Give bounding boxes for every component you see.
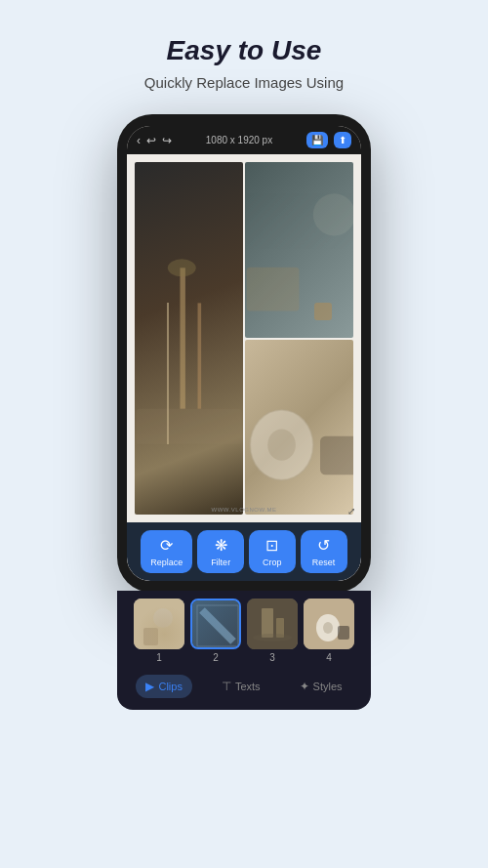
thumbnails-row: 1 2 (125, 599, 363, 663)
svg-rect-0 (180, 268, 184, 408)
clips-icon: ▶ (145, 680, 154, 693)
thumbnail-number-4: 4 (326, 652, 332, 663)
save-button[interactable]: 💾 (306, 132, 328, 148)
svg-rect-14 (197, 605, 238, 646)
undo-icon[interactable]: ↩ (146, 134, 156, 147)
tab-texts[interactable]: ⊤ Texts (212, 675, 270, 698)
thumbnail-number-1: 1 (156, 652, 162, 663)
filter-label: Filter (211, 558, 230, 567)
reset-label: Reset (312, 558, 336, 567)
page-subtitle: Quickly Replace Images Using (144, 74, 344, 91)
bottom-navigation: ▶ Clips ⊤ Texts ✦ Styles (125, 671, 363, 698)
replace-button[interactable]: ⟳ Replace (141, 530, 192, 573)
svg-rect-8 (320, 435, 353, 474)
topbar-navigation: ‹ ↩ ↪ (137, 134, 172, 147)
svg-rect-1 (198, 303, 202, 408)
phone-screen: ‹ ↩ ↪ 1080 x 1920 px 💾 ⬆ (127, 126, 361, 581)
image-slot-3[interactable] (245, 340, 353, 516)
thumbnail-2[interactable] (190, 599, 241, 649)
svg-rect-15 (247, 599, 298, 649)
tab-clips[interactable]: ▶ Clips (136, 675, 191, 698)
texts-label: Texts (235, 681, 261, 692)
svg-rect-17 (276, 618, 284, 638)
replace-icon: ⟳ (160, 536, 173, 555)
reset-icon: ↺ (317, 536, 330, 555)
phone-mockup: ‹ ↩ ↪ 1080 x 1920 px 💾 ⬆ (117, 114, 371, 710)
svg-rect-16 (262, 608, 273, 638)
list-item: 2 (190, 599, 241, 663)
thumbnail-1[interactable] (134, 599, 184, 649)
svg-point-7 (267, 429, 296, 460)
styles-label: Styles (313, 681, 343, 692)
bottom-panel: 1 2 (117, 591, 371, 710)
redo-icon[interactable]: ↪ (162, 134, 172, 147)
topbar-actions: 💾 ⬆ (306, 132, 351, 148)
texts-icon: ⊤ (222, 680, 231, 693)
svg-point-5 (313, 193, 353, 235)
thumbnail-number-2: 2 (213, 652, 219, 663)
filter-button[interactable]: ❋ Filter (197, 530, 244, 573)
styles-icon: ✦ (300, 680, 309, 693)
thumbnail-4[interactable] (304, 599, 354, 649)
phone-topbar: ‹ ↩ ↪ 1080 x 1920 px 💾 ⬆ (127, 126, 361, 154)
svg-rect-11 (143, 628, 158, 645)
canvas-watermark: WWW.VLOGNOW.ME (127, 507, 361, 513)
svg-rect-22 (338, 626, 349, 640)
toolbar-panel: ⟳ Replace ❋ Filter ⊡ Crop ↺ Reset (127, 522, 361, 581)
svg-rect-9 (134, 599, 184, 649)
crop-button[interactable]: ⊡ Crop (249, 530, 296, 573)
list-item: 1 (134, 599, 184, 663)
page-title: Easy to Use (144, 35, 344, 66)
list-item: 3 (247, 599, 298, 663)
crop-label: Crop (263, 558, 282, 567)
svg-rect-3 (136, 409, 241, 444)
svg-point-18 (253, 634, 292, 641)
svg-line-13 (202, 610, 233, 641)
page-header: Easy to Use Quickly Replace Images Using (125, 0, 363, 104)
image-slot-1[interactable] (135, 162, 243, 515)
tab-styles[interactable]: ✦ Styles (290, 675, 352, 698)
canvas-size-label: 1080 x 1920 px (178, 135, 301, 145)
expand-icon[interactable]: ⤢ (347, 506, 355, 517)
svg-point-21 (323, 622, 333, 634)
replace-label: Replace (150, 558, 183, 567)
svg-rect-12 (192, 600, 241, 649)
clips-label: Clips (158, 681, 182, 692)
svg-point-20 (316, 614, 340, 641)
svg-point-2 (168, 259, 196, 276)
export-button[interactable]: ⬆ (334, 132, 351, 148)
list-item: 4 (304, 599, 354, 663)
back-icon[interactable]: ‹ (137, 134, 141, 147)
crop-icon: ⊡ (265, 536, 278, 555)
svg-point-10 (153, 608, 173, 628)
thumbnail-3[interactable] (247, 599, 298, 649)
phone-frame: ‹ ↩ ↪ 1080 x 1920 px 💾 ⬆ (117, 114, 371, 593)
reset-button[interactable]: ↺ Reset (301, 530, 347, 573)
filter-icon: ❋ (215, 536, 227, 555)
canvas-area: WWW.VLOGNOW.ME ⤢ (127, 154, 361, 522)
svg-rect-4 (247, 268, 300, 311)
thumbnail-number-3: 3 (269, 652, 275, 663)
svg-rect-19 (304, 599, 354, 649)
image-slot-2[interactable] (245, 162, 353, 338)
